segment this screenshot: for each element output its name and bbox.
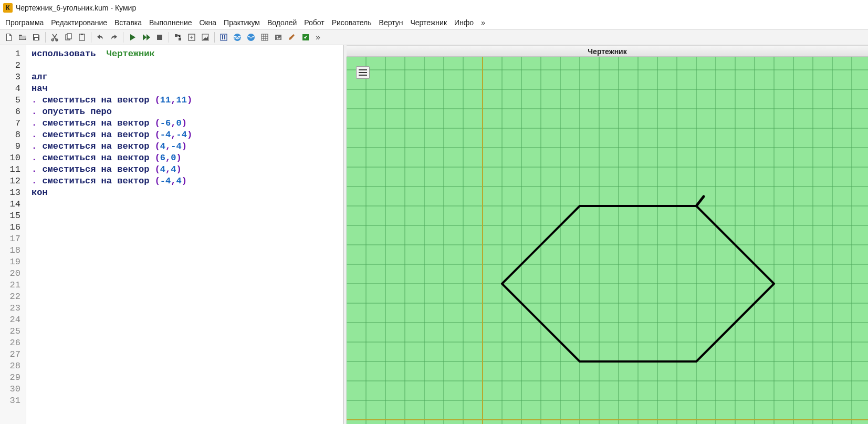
menu-edit[interactable]: Редактирование [51, 18, 107, 27]
canvas-menu-button[interactable] [356, 66, 370, 79]
stop-icon[interactable] [154, 32, 165, 43]
tool-pic-icon[interactable] [273, 32, 284, 43]
menu-info[interactable]: Инфо [454, 18, 474, 27]
svg-rect-0 [34, 35, 38, 37]
tool-grid-icon[interactable] [259, 32, 270, 43]
menu-painter[interactable]: Рисователь [332, 18, 372, 27]
menu-draftsman[interactable]: Чертежник [410, 18, 447, 27]
run-step-icon[interactable] [140, 32, 152, 43]
tool-green-icon[interactable] [300, 32, 311, 43]
menu-program[interactable]: Программа [5, 18, 44, 27]
tool-d-icon[interactable] [218, 32, 229, 43]
menu-vertun[interactable]: Вертун [379, 18, 403, 27]
svg-rect-18 [262, 34, 268, 40]
tool-wave-icon[interactable] [232, 32, 243, 43]
menu-aquarius[interactable]: Водолей [267, 18, 297, 27]
menu-run[interactable]: Выполнение [149, 18, 192, 27]
svg-rect-14 [222, 35, 223, 39]
drawing-canvas[interactable] [347, 57, 868, 424]
save-file-icon[interactable] [30, 32, 42, 43]
tool-c-icon[interactable] [200, 32, 211, 43]
canvas-title: Чертежник [347, 45, 868, 57]
svg-rect-1 [35, 38, 38, 40]
new-file-icon[interactable] [3, 32, 15, 43]
copy-icon[interactable] [62, 32, 74, 43]
run-icon[interactable] [127, 32, 138, 43]
paste-icon[interactable] [76, 32, 88, 43]
window-title: Чертежник_6-угольник.kum - Кумир [16, 4, 136, 12]
tool-b-icon[interactable] [186, 32, 197, 43]
toolbar-overflow[interactable]: » [313, 33, 322, 42]
menu-insert[interactable]: Вставка [114, 18, 142, 27]
toolbar: » [0, 29, 868, 45]
svg-point-17 [247, 34, 255, 41]
tool-a-icon[interactable] [172, 32, 184, 43]
cut-icon[interactable] [49, 32, 60, 43]
menubar: Программа Редактирование Вставка Выполне… [0, 16, 868, 29]
canvas-area[interactable] [347, 57, 868, 424]
svg-rect-10 [179, 38, 181, 40]
tool-wave2-icon[interactable] [245, 32, 257, 43]
tool-brush-icon[interactable] [286, 32, 298, 43]
svg-rect-8 [157, 35, 162, 40]
app-icon: К [3, 3, 13, 13]
menu-robot[interactable]: Робот [304, 18, 324, 27]
redo-icon[interactable] [108, 32, 120, 43]
svg-point-20 [277, 36, 278, 38]
menu-overflow[interactable]: » [481, 18, 485, 27]
canvas-pane: Чертежник [347, 45, 868, 424]
svg-rect-22 [347, 57, 868, 424]
undo-icon[interactable] [95, 32, 106, 43]
line-gutter: 1234567891011121314151617181920212223242… [0, 45, 26, 424]
svg-rect-7 [81, 34, 83, 35]
svg-rect-15 [224, 35, 225, 39]
svg-rect-13 [221, 34, 227, 40]
menu-practice[interactable]: Практикум [224, 18, 260, 27]
menu-windows[interactable]: Окна [200, 18, 217, 27]
titlebar: К Чертежник_6-угольник.kum - Кумир [0, 0, 868, 16]
svg-rect-5 [67, 34, 71, 39]
editor-pane: 1234567891011121314151617181920212223242… [0, 45, 343, 424]
code-area[interactable]: использовать Чертежник алг нач . сместит… [26, 45, 343, 424]
main-split: 1234567891011121314151617181920212223242… [0, 45, 868, 424]
svg-rect-9 [175, 34, 177, 37]
open-file-icon[interactable] [17, 32, 28, 43]
